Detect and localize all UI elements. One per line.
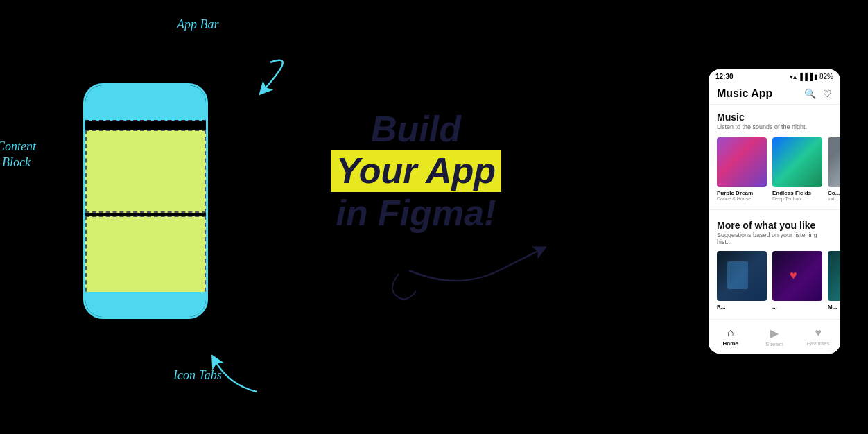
phone-wireframe — [83, 83, 208, 319]
wireframe-content-top — [85, 130, 206, 213]
more-album-2[interactable]: ... — [772, 251, 822, 310]
album-name-endless-fields: Endless Fields — [772, 190, 822, 196]
album-card-endless-fields[interactable]: Endless Fields Deep Techno — [772, 137, 822, 201]
stream-icon: ▶ — [770, 327, 779, 340]
app-title: Music App — [717, 87, 772, 100]
more-album-name-3: M... — [828, 304, 840, 310]
more-album-1[interactable]: R... — [717, 251, 767, 310]
more-albums-row: R... ... M... — [709, 247, 840, 313]
wireframe-icon-tabs — [85, 292, 206, 317]
wireframe-section: App Bar ContentBlock Icon Tabs — [69, 55, 222, 347]
album-card-purple-dream[interactable]: Purple Dream Dance & House — [717, 137, 767, 201]
nav-favorites[interactable]: ♥ Favorites — [797, 327, 840, 347]
album-name-purple-dream: Purple Dream — [717, 190, 767, 196]
nav-home-label: Home — [723, 340, 738, 347]
more-section-title: More of what you like — [717, 220, 832, 231]
more-album-3[interactable]: M... — [828, 251, 840, 310]
album-genre-purple-dream: Dance & House — [717, 196, 767, 201]
more-art-2 — [772, 251, 822, 301]
music-section-header: Music Listen to the sounds of the night. — [709, 105, 840, 132]
album-art-endless-fields — [772, 137, 822, 187]
wireframe-app-bar — [85, 85, 206, 121]
album-genre-co: Ind... — [828, 196, 840, 201]
status-bar: 12:30 ▾▴ ▐▐▐ ▮ 82% — [709, 69, 840, 83]
more-album-name-1: R... — [717, 304, 767, 310]
album-name-co: Co... — [828, 190, 840, 196]
search-icon[interactable]: 🔍 — [804, 88, 816, 99]
nav-stream-label: Stream — [765, 341, 783, 347]
more-section-subtitle: Suggestions based on your listening hist… — [717, 232, 832, 245]
album-genre-endless-fields: Deep Techno — [772, 196, 822, 201]
battery-icon: ▮ — [814, 73, 818, 80]
more-album-name-2: ... — [772, 304, 822, 310]
album-art-co — [828, 137, 840, 187]
app-bar: Music App 🔍 ♡ — [709, 83, 840, 105]
status-icons: ▾▴ ▐▐▐ ▮ 82% — [790, 73, 833, 80]
label-icon-tabs: Icon Tabs — [173, 368, 222, 383]
app-bar-icons: 🔍 ♡ — [804, 88, 832, 99]
heart-icon[interactable]: ♡ — [823, 88, 832, 99]
album-card-co[interactable]: Co... Ind... — [828, 137, 840, 201]
your-app-text: Your App — [331, 150, 501, 192]
phone-mockup: 12:30 ▾▴ ▐▐▐ ▮ 82% Music App 🔍 ♡ Music L… — [709, 69, 840, 354]
wifi-icon: ▾▴ — [790, 73, 797, 80]
app-content: Music Listen to the sounds of the night.… — [709, 105, 840, 313]
more-art-1 — [717, 251, 767, 301]
status-time: 12:30 — [715, 73, 734, 80]
album-art-purple-dream — [717, 137, 767, 187]
build-text: Build — [298, 111, 534, 147]
bottom-nav: ⌂ Home ▶ Stream ♥ Favorites — [709, 319, 840, 354]
battery-percent: 82% — [819, 73, 833, 80]
music-section-title: Music — [717, 112, 832, 123]
more-art-3 — [828, 251, 840, 301]
section-divider — [709, 209, 840, 210]
favorites-icon: ♥ — [815, 327, 822, 339]
nav-stream[interactable]: ▶ Stream — [752, 327, 796, 347]
label-app-bar: App Bar — [177, 17, 219, 32]
nav-home[interactable]: ⌂ Home — [709, 327, 752, 347]
music-albums-row: Purple Dream Dance & House Endless Field… — [709, 132, 840, 207]
signal-icon: ▐▐▐ — [798, 73, 813, 80]
nav-favorites-label: Favorites — [807, 340, 830, 347]
home-icon: ⌂ — [727, 327, 734, 339]
more-section-header: More of what you like Suggestions based … — [709, 213, 840, 247]
label-content-block: ContentBlock — [0, 139, 36, 171]
wireframe-content-bottom — [85, 216, 206, 299]
music-section-subtitle: Listen to the sounds of the night. — [717, 123, 832, 130]
in-figma-text: in Figma! — [298, 195, 534, 231]
center-headline: Build Your App in Figma! — [298, 111, 534, 231]
